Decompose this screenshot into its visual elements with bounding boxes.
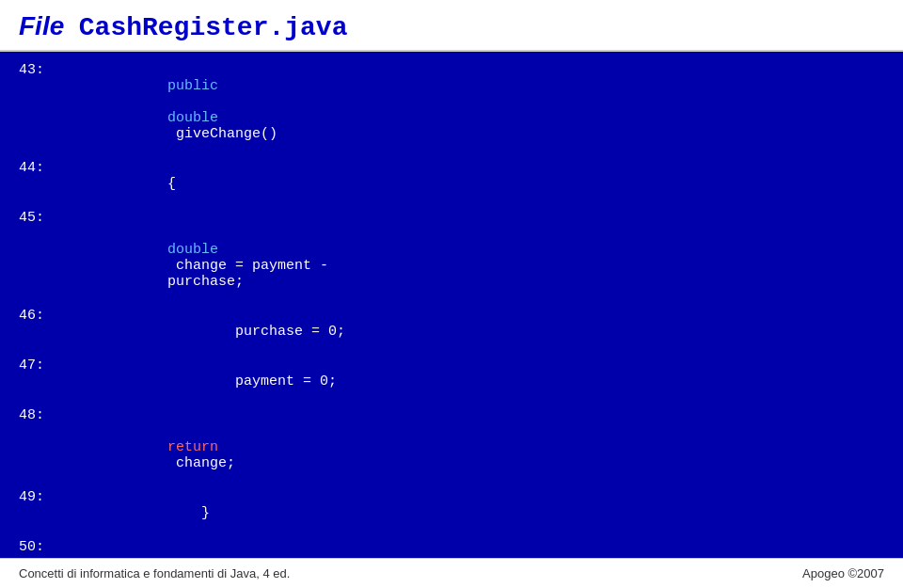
code-line: purchase = 0; [66,307,884,357]
code-line: return change; [66,406,884,488]
table-row: 50: [19,538,884,558]
header: File CashRegister.java [0,0,903,52]
code-line: } [66,488,884,538]
code-table: 43: public double giveChange() 44: { [19,61,884,558]
footer: Concetti di informatica e fondamenti di … [0,558,903,588]
table-row: 47: payment = 0; [19,357,884,406]
keyword-double: double [167,110,218,126]
table-row: 45: double change = payment - purchase; [19,209,884,307]
keyword-return: return [167,439,218,455]
footer-left-text: Concetti di informatica e fondamenti di … [19,566,290,580]
code-area: 43: public double giveChange() 44: { [0,52,903,558]
line-number: 45: [19,209,66,307]
page-container: File CashRegister.java 43: public double… [0,0,903,588]
keyword-double: double [167,242,218,258]
table-row: 43: public double giveChange() [19,61,884,159]
table-row: 44: { [19,159,884,209]
table-row: 46: purchase = 0; [19,307,884,357]
code-line: payment = 0; [66,357,884,406]
line-number: 47: [19,357,66,406]
code-line: double change = payment - purchase; [66,209,884,307]
page-title: File CashRegister.java [19,11,884,42]
line-number: 43: [19,61,66,159]
line-number: 46: [19,307,66,357]
line-number: 48: [19,406,66,488]
line-number: 49: [19,488,66,538]
footer-right-text: Apogeo ©2007 [802,566,884,580]
keyword-public: public [167,78,218,94]
code-line [66,538,884,558]
line-number: 50: [19,538,66,558]
table-row: 48: return change; [19,406,884,488]
table-row: 49: } [19,488,884,538]
title-filename: CashRegister.java [79,13,348,42]
code-line: public double giveChange() [66,61,884,159]
code-line: { [66,159,884,209]
title-file-word: File [19,11,64,40]
line-number: 44: [19,159,66,209]
